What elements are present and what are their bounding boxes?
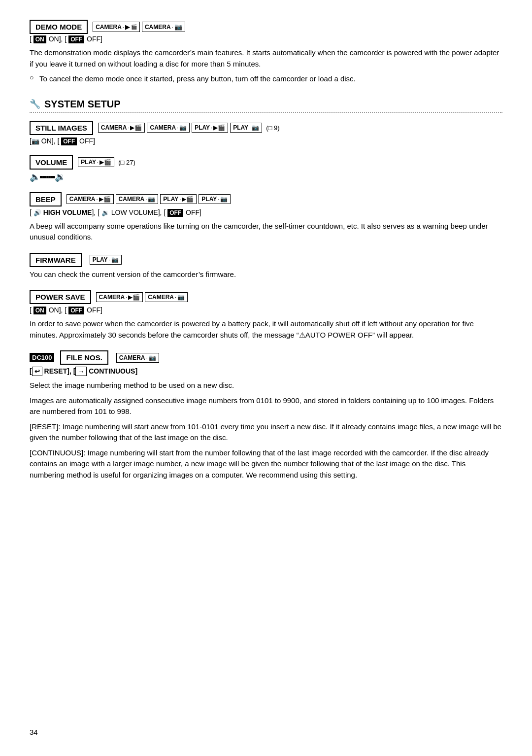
demo-mode-badges: CAMERA · ▶ 🎬 CAMERA · 📷 [93, 22, 185, 32]
dc100-badge: DC100 [30, 353, 54, 362]
file-nos-header: DC100 FILE NOS. CAMERA · 📷 [30, 350, 502, 365]
beep-header: BEEP CAMERA · ▶🎬 CAMERA · 📷 PLAY · ▶🎬 [30, 192, 502, 206]
beep-play-still: PLAY · 📷 [199, 194, 231, 204]
ps-camera-video: CAMERA · ▶🎬 [96, 292, 143, 302]
file-nos-para3: [RESET]: Image numbering will start anew… [30, 421, 502, 444]
beep-title: BEEP [30, 192, 62, 206]
si-camera-still-badge: CAMERA · 📷 [147, 123, 190, 133]
demo-mode-header-row: DEMO MODE CAMERA · ▶ 🎬 CAMERA · 📷 [30, 20, 502, 34]
still-images-title: STILL IMAGES [30, 121, 93, 135]
off-badge: OFF [68, 35, 84, 43]
ps-camera-still: CAMERA · 📷 [145, 292, 188, 302]
setup-icon: 🔧 [30, 99, 40, 109]
dotted-divider [30, 112, 502, 113]
firmware-header: FIRMWARE PLAY · 📷 [30, 253, 502, 267]
file-nos-options: [↩ RESET], [→ CONTINUOUS] [30, 367, 502, 376]
file-nos-para4: [CONTINUOUS]: Image numbering will start… [30, 447, 502, 481]
volume-badges: PLAY · ▶🎬 (□ 27) [78, 157, 135, 167]
continuous-badge: → [75, 367, 87, 376]
firmware-section: FIRMWARE PLAY · 📷 You can check the curr… [30, 253, 502, 280]
demo-mode-title: DEMO MODE [30, 20, 88, 34]
file-nos-para1: Select the image numbering method to be … [30, 380, 502, 391]
system-setup-title: 🔧 SYSTEM SETUP [30, 99, 502, 110]
demo-mode-section: DEMO MODE CAMERA · ▶ 🎬 CAMERA · 📷 [ ON O… [30, 20, 502, 85]
file-nos-title: FILE NOS. [60, 350, 108, 365]
file-nos-section: DC100 FILE NOS. CAMERA · 📷 [↩ RESET], [→… [30, 350, 502, 481]
demo-mode-options: [ ON ON], [ OFF OFF] [30, 35, 502, 43]
ps-on-badge: ON [33, 307, 46, 314]
si-play-still-badge: PLAY · 📷 [230, 123, 262, 133]
file-nos-badges: CAMERA · 📷 [116, 353, 159, 363]
system-setup-section: 🔧 SYSTEM SETUP STILL IMAGES CAMERA · ▶🎬 … [30, 99, 502, 481]
camera-video-badge-1: CAMERA · ▶ 🎬 [93, 22, 140, 32]
still-off-badge: OFF [61, 137, 77, 145]
reset-badge: ↩ [32, 367, 42, 376]
firmware-play-still: PLAY · 📷 [90, 255, 122, 265]
power-save-section: POWER SAVE CAMERA · ▶🎬 CAMERA · 📷 [ ON O… [30, 290, 502, 341]
si-play-video-badge: PLAY · ▶🎬 [192, 123, 228, 133]
on-badge: ON [33, 35, 46, 43]
power-save-para1: In order to save power when the camcorde… [30, 318, 502, 341]
volume-header: VOLUME PLAY · ▶🎬 (□ 27) [30, 155, 502, 170]
beep-options: [ 🔊 HIGH VOLUME], [ 🔉 LOW VOLUME], [ OFF… [30, 208, 502, 217]
beep-badges: CAMERA · ▶🎬 CAMERA · 📷 PLAY · ▶🎬 PLAY · [66, 194, 231, 204]
demo-mode-bullet: ○ To cancel the demo mode once it starte… [30, 73, 502, 85]
beep-camera-video: CAMERA · ▶🎬 [66, 194, 114, 204]
still-images-header: STILL IMAGES CAMERA · ▶🎬 CAMERA · 📷 PLAY… [30, 121, 502, 135]
still-images-badges: CAMERA · ▶🎬 CAMERA · 📷 PLAY · ▶🎬 PLAY · [98, 123, 280, 133]
still-images-section: STILL IMAGES CAMERA · ▶🎬 CAMERA · 📷 PLAY… [30, 121, 502, 145]
beep-section: BEEP CAMERA · ▶🎬 CAMERA · 📷 PLAY · ▶🎬 [30, 192, 502, 243]
beep-camera-still: CAMERA · 📷 [116, 194, 159, 204]
page-number: 34 [30, 728, 38, 736]
file-nos-para2: Images are automatically assigned consec… [30, 395, 502, 417]
firmware-title: FIRMWARE [30, 253, 82, 267]
beep-play-video: PLAY · ▶🎬 [160, 194, 197, 204]
camera-still-badge-1: CAMERA · 📷 [142, 22, 185, 32]
volume-icon: 🔈▪▪▪▪▪▪▪🔉 [30, 172, 65, 182]
firmware-badges: PLAY · 📷 [90, 255, 122, 265]
volume-title: VOLUME [30, 155, 73, 170]
beep-off-badge: OFF [167, 209, 183, 217]
firmware-para1: You can check the current version of the… [30, 269, 502, 280]
power-save-title: POWER SAVE [30, 290, 91, 304]
si-camera-video-badge: CAMERA · ▶🎬 [98, 123, 145, 133]
beep-para1: A beep will accompany some operations li… [30, 221, 502, 243]
power-save-options: [ ON ON], [ OFF OFF] [30, 306, 502, 314]
still-images-options: [📷 ON], [ OFF OFF] [30, 137, 502, 145]
power-save-header: POWER SAVE CAMERA · ▶🎬 CAMERA · 📷 [30, 290, 502, 304]
page-footer: 34 [30, 728, 38, 736]
fn-camera-still: CAMERA · 📷 [116, 353, 159, 363]
power-save-badges: CAMERA · ▶🎬 CAMERA · 📷 [96, 292, 188, 302]
volume-section: VOLUME PLAY · ▶🎬 (□ 27) 🔈▪▪▪▪▪▪▪🔉 [30, 155, 502, 182]
vol-play-video-badge: PLAY · ▶🎬 [78, 157, 114, 167]
volume-options: 🔈▪▪▪▪▪▪▪🔉 [30, 172, 502, 182]
demo-mode-para1: The demonstration mode displays the camc… [30, 47, 502, 69]
ps-off-badge: OFF [68, 307, 84, 314]
